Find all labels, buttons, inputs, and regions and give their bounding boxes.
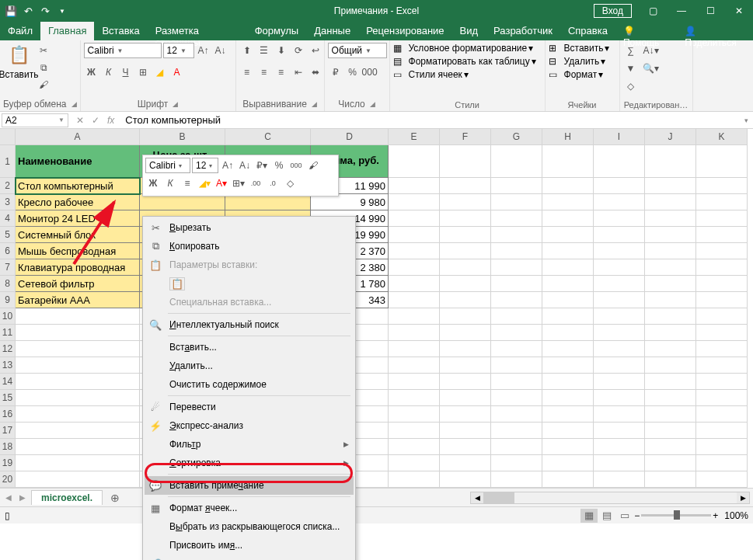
mini-percent-icon[interactable]: %	[271, 158, 287, 173]
mini-bold-button[interactable]: Ж	[145, 176, 161, 191]
delete-cells-button[interactable]: ⊟Удалить ▾	[549, 56, 606, 67]
cell-a6[interactable]: Мышь беспроводная	[16, 243, 140, 259]
ribbon-options-icon[interactable]: ▢	[639, 0, 667, 22]
ctxt-link[interactable]: 🔗Ссылка	[145, 555, 354, 560]
align-right-icon[interactable]: ≡	[274, 64, 289, 80]
cell[interactable]	[389, 455, 440, 471]
cell[interactable]	[696, 194, 748, 210]
col-header-B[interactable]: B	[140, 129, 225, 145]
cell[interactable]	[594, 455, 645, 471]
row-header-17[interactable]: 17	[0, 423, 16, 439]
cell[interactable]	[491, 471, 542, 488]
increase-font-icon[interactable]: A↑	[196, 43, 211, 58]
name-box[interactable]: A2▼	[2, 113, 68, 127]
ctxt-insert[interactable]: Вставить...	[145, 338, 354, 357]
cell[interactable]	[440, 178, 491, 194]
cell[interactable]	[440, 357, 491, 374]
enter-icon[interactable]: ✓	[92, 115, 99, 126]
cell[interactable]	[645, 178, 696, 194]
tab-review[interactable]: Рецензирование	[358, 22, 451, 40]
tab-help[interactable]: Справка	[560, 22, 615, 40]
row-header-15[interactable]: 15	[0, 390, 16, 406]
cell[interactable]	[389, 243, 440, 259]
cell[interactable]	[491, 145, 542, 178]
sign-in-button[interactable]: Вход	[594, 4, 632, 18]
row-header-4[interactable]: 4	[0, 210, 16, 227]
cell[interactable]	[594, 243, 645, 259]
tab-page-layout[interactable]: Разметка страницы	[148, 22, 247, 40]
sort-filter-icon[interactable]: A↓▾	[640, 43, 662, 58]
cell[interactable]	[594, 276, 645, 292]
cell[interactable]	[594, 292, 645, 308]
borders-icon[interactable]: ⊞	[135, 64, 151, 80]
cell[interactable]	[440, 471, 491, 488]
cell[interactable]	[542, 406, 594, 423]
formula-input[interactable]: Стол компьютерный	[120, 114, 740, 126]
cell[interactable]	[542, 259, 594, 276]
cell[interactable]	[696, 439, 748, 455]
cell[interactable]	[542, 341, 594, 357]
mini-merge-icon[interactable]: ◇	[282, 176, 298, 191]
cancel-icon[interactable]: ✕	[76, 115, 84, 126]
cell[interactable]	[440, 145, 491, 178]
clear-icon[interactable]: ◇	[623, 78, 639, 94]
cell[interactable]	[16, 471, 140, 488]
cell[interactable]	[594, 259, 645, 276]
cell[interactable]	[16, 374, 140, 390]
sheet-nav-prev-icon[interactable]: ◀	[3, 493, 14, 502]
page-layout-view-icon[interactable]: ▤	[598, 509, 615, 523]
cell[interactable]	[440, 259, 491, 276]
cell[interactable]	[440, 308, 491, 325]
cell[interactable]	[594, 471, 645, 488]
zoom-control[interactable]: − + 100%	[634, 510, 748, 521]
cell[interactable]	[16, 423, 140, 439]
mini-dec-decimal-icon[interactable]: .00	[248, 176, 263, 191]
fx-icon[interactable]: fx	[107, 115, 114, 126]
autosum-icon[interactable]: ∑	[623, 43, 639, 58]
cell[interactable]	[696, 455, 748, 471]
mini-size-combo[interactable]: 12▾	[192, 158, 218, 173]
cell[interactable]	[645, 439, 696, 455]
cell[interactable]	[645, 423, 696, 439]
cell[interactable]	[389, 210, 440, 227]
cell[interactable]	[542, 390, 594, 406]
cell-a4[interactable]: Монитор 24 LED	[16, 210, 140, 227]
cell[interactable]	[440, 439, 491, 455]
mini-comma-icon[interactable]: 000	[288, 158, 304, 173]
cell-a7[interactable]: Клавиатура проводная	[16, 259, 140, 276]
cell[interactable]	[389, 308, 440, 325]
horizontal-scrollbar[interactable]: ◀ ▶	[470, 492, 750, 504]
cell[interactable]	[389, 471, 440, 488]
select-all-corner[interactable]	[0, 129, 16, 145]
align-top-icon[interactable]: ⬆	[239, 43, 255, 58]
font-name-combo[interactable]: Calibri▼	[84, 43, 162, 58]
format-painter-icon[interactable]: 🖌	[36, 77, 51, 92]
cell[interactable]	[696, 178, 748, 194]
mini-decrease-font-icon[interactable]: A↓	[237, 158, 253, 173]
cell[interactable]	[440, 276, 491, 292]
zoom-out-icon[interactable]: −	[634, 510, 640, 521]
font-color-icon[interactable]: A	[169, 64, 185, 80]
expand-formula-icon[interactable]: ▾	[740, 117, 753, 124]
insert-cells-button[interactable]: ⊞Вставить ▾	[549, 43, 610, 54]
cell[interactable]	[645, 227, 696, 243]
zoom-in-icon[interactable]: +	[713, 510, 718, 521]
ctxt-cut[interactable]: ✂Вырезать	[145, 218, 354, 237]
cell[interactable]	[542, 308, 594, 325]
cell[interactable]	[696, 276, 748, 292]
page-break-view-icon[interactable]: ▭	[616, 509, 633, 523]
cell[interactable]	[16, 406, 140, 423]
cell[interactable]	[440, 390, 491, 406]
cell[interactable]	[542, 455, 594, 471]
cell[interactable]	[440, 374, 491, 390]
cell[interactable]	[440, 455, 491, 471]
col-header-H[interactable]: H	[542, 129, 594, 145]
normal-view-icon[interactable]: ▦	[580, 509, 598, 523]
mini-font-color-icon[interactable]: A▾	[214, 176, 229, 191]
ctxt-sort[interactable]: Сортировка▶	[145, 454, 354, 472]
cell[interactable]	[645, 276, 696, 292]
cell[interactable]	[440, 325, 491, 341]
cell[interactable]	[440, 210, 491, 227]
share-button[interactable]: 👤 Поделиться	[677, 22, 753, 40]
ctxt-format-cells[interactable]: ▦Формат ячеек...	[145, 499, 354, 517]
